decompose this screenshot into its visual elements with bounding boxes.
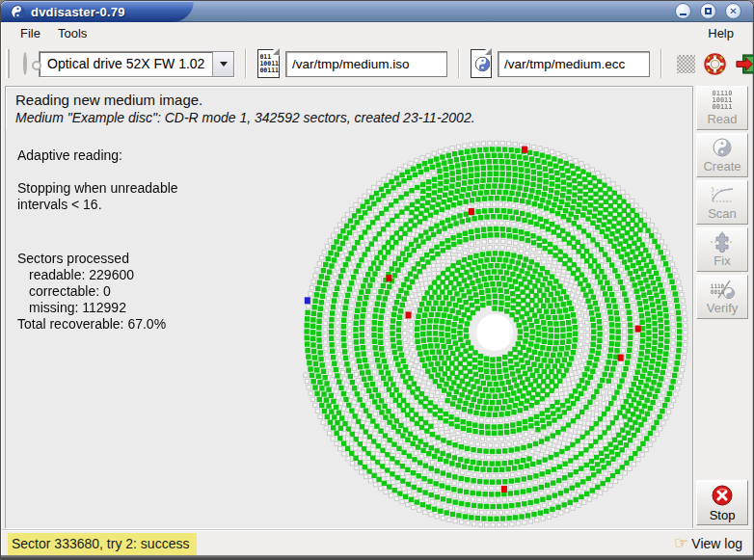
- scan-button-label: Scan: [708, 206, 737, 221]
- scan-button[interactable]: Scan: [696, 180, 748, 225]
- sectors-missing: missing: 112992: [17, 300, 178, 316]
- operation-title: Reading new medium image.: [15, 92, 683, 108]
- main-content-frame: Reading new medium image. Medium "Exampl…: [5, 86, 693, 528]
- create-yinyang-icon: [713, 137, 732, 158]
- view-log-button[interactable]: ☞ View log: [674, 536, 746, 551]
- sector-visualization-area: Adaptive reading: Stopping when unreadab…: [6, 130, 692, 528]
- window-title: dvdisaster-0.79: [31, 5, 125, 19]
- ecc-file-input[interactable]: [498, 51, 650, 77]
- image-file-icon-bits-3: 00111: [259, 67, 279, 74]
- toolbar-separator: [245, 49, 247, 78]
- fix-button[interactable]: Fix: [696, 227, 748, 272]
- minimize-icon: [680, 13, 687, 15]
- close-icon: ✕: [729, 6, 737, 16]
- drive-select-value: Optical drive 52X FW 1.02: [40, 56, 212, 71]
- menubar: File Tools Help: [2, 22, 752, 43]
- statusbar: Sector 333680, try 2: success ☞ View log: [2, 529, 752, 557]
- verify-button-label: Verify: [707, 301, 739, 315]
- view-log-label: View log: [691, 536, 742, 551]
- sectors-processed-title: Sectors processed: [17, 251, 178, 267]
- image-file-input[interactable]: [285, 51, 447, 77]
- stop-button[interactable]: Stop: [696, 480, 748, 525]
- image-file-icon: 011 10011 00111: [257, 49, 280, 78]
- action-sidebar: 01110 10011 00111 Read Create: [696, 86, 750, 528]
- hand-pointer-icon: ☞: [674, 537, 688, 550]
- drive-select[interactable]: Optical drive 52X FW 1.02: [39, 51, 234, 77]
- close-button[interactable]: ✕: [725, 3, 741, 19]
- toolbar: Optical drive 52X FW 1.02 011 10011 0011…: [2, 43, 752, 84]
- preferences-icon-disabled: [677, 55, 695, 73]
- ecc-file-icon: [471, 49, 492, 78]
- adaptive-reading-title: Adaptive reading:: [17, 147, 178, 164]
- titlebar-tab: dvdisaster-0.79: [1, 1, 194, 22]
- menu-tools[interactable]: Tools: [49, 24, 95, 42]
- window-bottom-edge: [1, 555, 753, 559]
- fix-button-label: Fix: [714, 253, 730, 268]
- stop-icon: [711, 484, 734, 507]
- sectors-correctable: correctable: 0: [17, 283, 178, 300]
- create-button[interactable]: Create: [696, 133, 748, 177]
- stop-button-label: Stop: [710, 508, 736, 522]
- toolbar-separator: [458, 49, 460, 78]
- total-recoverable: Total recoverable: 67.0%: [17, 316, 178, 333]
- menu-help[interactable]: Help: [699, 24, 742, 42]
- create-button-label: Create: [703, 159, 741, 173]
- menu-file[interactable]: File: [12, 24, 49, 42]
- sectors-readable: readable: 229600: [17, 267, 178, 283]
- medium-info: Medium "Example disc": CD-R mode 1, 3425…: [15, 110, 683, 125]
- fix-puzzle-icon: [711, 231, 734, 253]
- titlebar[interactable]: dvdisaster-0.79 ✕: [1, 1, 753, 22]
- minimize-button[interactable]: [675, 3, 691, 19]
- optical-disc-icon: [23, 52, 27, 75]
- verify-icon: 1110 0011: [711, 279, 734, 300]
- toolbar-separator: [660, 49, 662, 78]
- drive-select-dropdown-button[interactable]: [212, 52, 233, 76]
- maximize-icon: [705, 8, 712, 14]
- read-button-label: Read: [707, 112, 737, 126]
- maximize-button[interactable]: [700, 3, 716, 19]
- read-icon: 01110 10011 00111: [712, 90, 732, 111]
- reading-info-panel: Adaptive reading: Stopping when unreadab…: [17, 147, 178, 333]
- operation-header: Reading new medium image. Medium "Exampl…: [6, 87, 692, 132]
- stopping-condition-line1: Stopping when unreadable: [17, 180, 178, 197]
- verify-button[interactable]: 1110 0011 Verify: [696, 275, 748, 319]
- toolbar-grip: [6, 49, 10, 78]
- dvdisaster-window: dvdisaster-0.79 ✕ File Tools Help Optica…: [0, 0, 754, 560]
- chevron-down-icon: [220, 62, 228, 67]
- quit-icon[interactable]: [735, 53, 754, 75]
- app-yinyang-icon: [11, 5, 25, 19]
- read-button[interactable]: 01110 10011 00111 Read: [696, 86, 748, 130]
- scan-curve-icon: [710, 184, 735, 205]
- help-lifebuoy-icon[interactable]: [704, 53, 726, 75]
- status-message: Sector 333680, try 2: success: [8, 533, 197, 555]
- stopping-condition-line2: intervals < 16.: [17, 197, 178, 213]
